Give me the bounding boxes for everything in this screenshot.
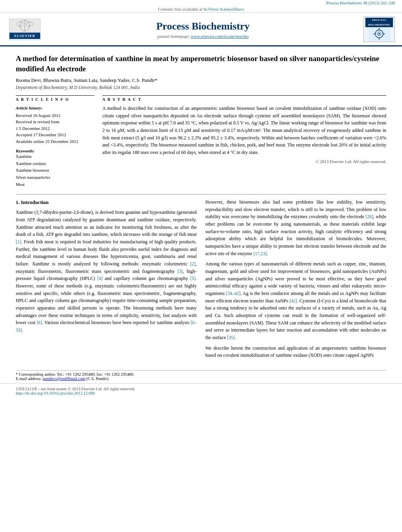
journal-title-block: Process Biochemistry journal homepage: w…	[43, 20, 363, 39]
keywords-heading: Keywords:	[16, 148, 94, 153]
keyword-5: Meat	[16, 181, 94, 188]
journal-header: ELSEVIER Process Biochemistry journal ho…	[0, 13, 402, 46]
footnote-corresponding: * Corresponding author. Tel.: +91 1262 2…	[16, 372, 386, 376]
section-divider	[16, 194, 386, 195]
footnote-divider	[16, 370, 386, 371]
intro-para-2: However, these biosensors also had some …	[206, 198, 387, 257]
abstract-text: A method is described for construction o…	[102, 105, 386, 156]
intro-title: Introduction	[21, 199, 49, 205]
doi-link[interactable]: http://dx.doi.org/10.1016/j.procbio.2012…	[16, 391, 95, 395]
keyword-4: Silver nanoparticles	[16, 174, 94, 181]
article-info-col: A R T I C L E I N F O Article history: R…	[16, 95, 94, 188]
contents-bar: Contents lists available at SciVerse Sci…	[0, 5, 402, 13]
available-date: Available online 25 December 2012	[16, 138, 94, 145]
footer-copyright: 1359-5113/$ – see front matter © 2013 El…	[16, 387, 386, 391]
keyword-1: Xanthine	[16, 153, 94, 160]
page-footer: 1359-5113/$ – see front matter © 2013 El…	[0, 383, 402, 398]
abstract-col: A B S T R A C T A method is described fo…	[102, 95, 386, 188]
sciverse-link[interactable]: SciVerse ScienceDirect	[204, 7, 244, 11]
body-col-right: However, these biosensors also had some …	[206, 198, 387, 362]
contents-prefix: Contents lists available at	[158, 7, 203, 11]
elsevier-logo: ELSEVIER	[7, 19, 43, 40]
procbio-logo: PROCESS BIOCHEMISTRY	[363, 17, 395, 42]
intro-heading: 1. Introduction	[16, 198, 197, 206]
footer-doi: http://dx.doi.org/10.1016/j.procbio.2012…	[16, 391, 386, 395]
citation-text: Process Biochemistry 48 (2013) 242–249	[326, 1, 395, 5]
homepage-prefix: journal homepage:	[157, 34, 191, 39]
journal-homepage: journal homepage: www.elsevier.com/locat…	[43, 34, 363, 39]
article-title: A method for determination of xanthine i…	[16, 54, 386, 74]
ref-6: [6]	[37, 320, 42, 325]
intro-para-4: We describe herein the construction and …	[206, 345, 387, 359]
history-heading: Article history:	[16, 105, 94, 111]
ref-4: [4]	[97, 276, 102, 281]
svg-point-8	[378, 33, 380, 35]
abstract-label: A B S T R A C T	[102, 95, 386, 102]
main-content: A method for determination of xanthine i…	[0, 46, 402, 370]
affiliation: Department of Biochemistry, M D Universi…	[16, 85, 386, 90]
intro-number: 1.	[16, 199, 20, 205]
elsevier-text: ELSEVIER	[9, 33, 40, 39]
procbio-logo-title: PROCESS	[365, 18, 393, 22]
received-date: Received 16 August 2012	[16, 112, 94, 119]
intro-para-3: Among the various types of nanomaterials…	[206, 260, 387, 341]
procbio-logo-graphic	[365, 27, 393, 41]
journal-title: Process Biochemistry	[43, 20, 363, 32]
authors: Rooma Devi, Bhawna Batra, Suman Lata, Sa…	[16, 78, 386, 83]
article-history: Article history: Received 16 August 2012…	[16, 105, 94, 145]
ref-26: [26]	[366, 214, 373, 219]
ref-42: [42]	[289, 298, 297, 303]
body-col-left: 1. Introduction Xanthine (3,7-dihydro-pu…	[16, 198, 197, 362]
top-citation-bar: Process Biochemistry 48 (2013) 242–249	[0, 0, 402, 5]
footnote-block: * Corresponding author. Tel.: +91 1262 2…	[0, 370, 402, 383]
ref-3: [3]	[178, 269, 183, 274]
keyword-2: Xanthine oxidase	[16, 160, 94, 167]
article-info-abstract: A R T I C L E I N F O Article history: R…	[16, 95, 386, 188]
homepage-link[interactable]: www.elsevier.com/locate/procbio	[191, 34, 248, 39]
procbio-logo-sub: BIOCHEMISTRY	[365, 22, 393, 27]
ref-35: [35]	[227, 335, 235, 340]
elsevier-logo-img: ELSEVIER	[9, 19, 41, 40]
elsevier-tree-img	[9, 19, 40, 33]
keywords-section: Keywords: Xanthine Xanthine oxidase Xant…	[16, 148, 94, 188]
ref-6-33: [6–33]	[16, 320, 197, 332]
article-info-label: A R T I C L E I N F O	[16, 95, 94, 102]
copyright-notice: © 2013 Elsevier Ltd. All rights reserved…	[102, 159, 386, 164]
keyword-3: Xanthine biosensor	[16, 167, 94, 174]
intro-para-1: Xanthine (3,7-dihydro-purine-2,6-dione),…	[16, 209, 197, 334]
ref-17-23: [17,23]	[254, 251, 267, 256]
body-content: 1. Introduction Xanthine (3,7-dihydro-pu…	[16, 198, 386, 362]
ref-2: [2]	[190, 261, 195, 266]
ref-5: [5]	[190, 276, 195, 281]
ref-34-42: [34–42]	[226, 291, 240, 296]
footnote-email: E-mail address: pundircs@rediffmail.com …	[16, 376, 386, 381]
accepted-date: Accepted 17 December 2012	[16, 132, 94, 138]
email-link[interactable]: pundircs@rediffmail.com	[43, 376, 85, 381]
ref-1: [1]	[16, 239, 21, 244]
received-revised: Received in revised form1 5 December 201…	[16, 119, 94, 132]
